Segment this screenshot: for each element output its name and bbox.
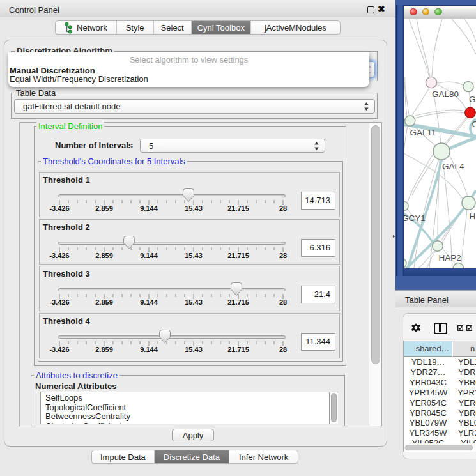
svg-text:HAP2: HAP2 [439,253,461,263]
svg-text:H: H [470,211,476,221]
svg-text:GAL11: GAL11 [410,128,436,137]
svg-text:GAL4: GAL4 [442,162,464,171]
svg-text:GCY1: GCY1 [404,213,426,223]
svg-text:GA: GA [469,95,476,104]
svg-text:GAL80: GAL80 [432,89,459,99]
svg-text:C: C [472,119,476,129]
